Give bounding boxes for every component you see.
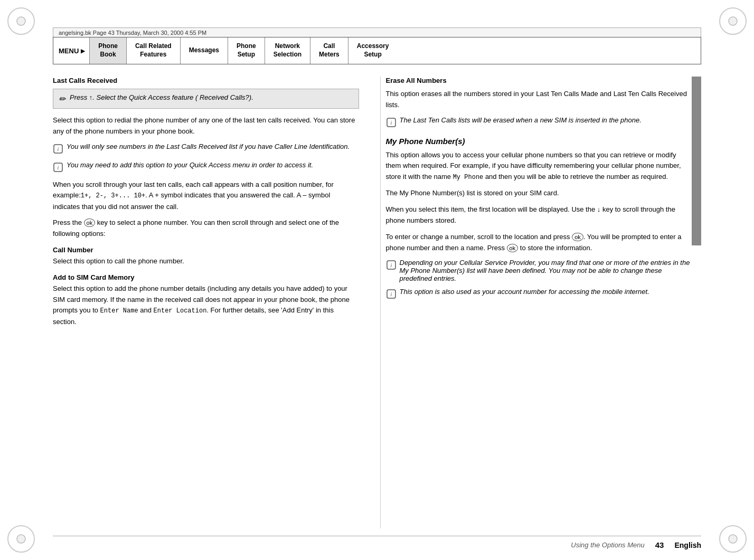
right-para2: This option allows you to access your ce… [386,150,692,183]
nav-item-phone-setup[interactable]: PhoneSetup [228,37,265,64]
nav-item-call-meters[interactable]: CallMeters [310,37,348,64]
sub1-text: Select this option to call the phone num… [53,256,359,267]
right-para1: This option erases all the numbers store… [386,89,692,111]
sub-heading-add-sim: Add to SIM Card Memory [53,273,359,281]
tip-box-4: i Depending on your Cellular Service Pro… [386,259,692,282]
tip4-text: Depending on your Cellular Service Provi… [400,259,692,282]
tip5-text: This option is also used as your account… [400,288,649,296]
tip-icon-3: i [386,117,397,129]
tip-box-2: i You may need to add this option to you… [53,161,359,174]
tip-icon-1: i [53,144,63,156]
nav-item-accessory-setup[interactable]: AccessorySetup [348,37,398,64]
svg-point-1 [17,17,25,25]
tip-box-1: i You will only see numbers in the Last … [53,143,359,156]
tip-box-5: i This option is also used as your accou… [386,288,692,301]
right-para5: To enter or change a number, scroll to t… [386,232,692,254]
svg-text:i: i [390,291,392,297]
note-text: Press ↑. Select the Quick Access feature… [70,93,253,101]
tip-icon-4: i [386,260,397,272]
left-heading: Last Calls Received [53,77,359,84]
tip3-text: The Last Ten Calls lists will be erased … [400,116,642,124]
tip1-text: You will only see numbers in the Last Ca… [67,143,350,150]
note-box: ✏ Press ↑. Select the Quick Access featu… [53,89,359,109]
file-info-text: angelsing.bk Page 43 Thursday, March 30,… [59,30,206,36]
svg-text:i: i [390,120,392,126]
corner-decoration-br [717,523,749,555]
footer-page-number: 43 [655,540,664,549]
right-para4: When you select this item, the first loc… [386,204,692,226]
pencil-icon: ✏ [59,94,65,104]
right-heading2: My Phone Number(s) [386,137,692,146]
nav-item-messages[interactable]: Messages [180,37,228,64]
left-para1: Select this option to redial the phone n… [53,115,359,137]
file-info-bar: angelsing.bk Page 43 Thursday, March 30,… [53,27,701,37]
nav-item-phone-book[interactable]: PhoneBook [89,37,126,64]
nav-item-call-related[interactable]: Call RelatedFeatures [126,37,180,64]
svg-text:i: i [58,146,59,152]
menu-arrow: ▶ [81,48,85,54]
footer-italic-text: Using the Options Menu [571,541,644,549]
tip-icon-2: i [53,162,63,174]
svg-point-7 [729,535,737,543]
tip-icon-5: i [386,289,397,301]
sub2-text: Select this option to add the phone numb… [53,283,359,328]
right-heading: Erase All Numbers [386,77,692,84]
menu-label: MENU ▶ [53,47,89,55]
svg-point-5 [17,535,25,543]
left-para2: When you scroll through your last ten ca… [53,179,359,213]
right-accent-bar [692,77,701,245]
nav-items: PhoneBook Call RelatedFeatures Messages … [89,37,701,64]
corner-decoration-tl [5,5,37,37]
main-content: Last Calls Received ✏ Press ↑. Select th… [53,77,692,528]
footer-language: English [674,541,701,549]
svg-text:i: i [390,262,392,268]
corner-decoration-bl [5,523,37,555]
tip2-text: You may need to add this option to your … [67,161,313,169]
nav-bar: MENU ▶ PhoneBook Call RelatedFeatures Me… [53,37,701,64]
left-column: Last Calls Received ✏ Press ↑. Select th… [53,77,364,528]
left-para3: Press the ok key to select a phone numbe… [53,217,359,240]
menu-text: MENU [59,47,79,55]
tip-box-3: i The Last Ten Calls lists will be erase… [386,116,692,129]
svg-point-3 [729,17,737,25]
right-para3: The My Phone Number(s) list is stored on… [386,188,692,199]
svg-text:i: i [58,165,59,170]
right-column: Erase All Numbers This option erases all… [380,77,692,528]
corner-decoration-tr [717,5,749,37]
nav-item-network-selection[interactable]: NetworkSelection [265,37,310,64]
footer: Using the Options Menu 43 English [53,536,701,549]
sub-heading-call-number: Call Number [53,246,359,254]
